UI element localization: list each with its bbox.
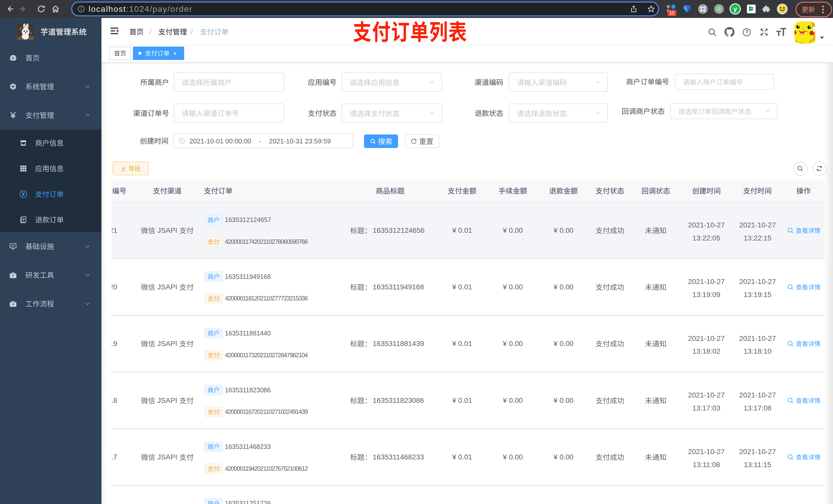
svg-text:y: y (733, 5, 737, 13)
